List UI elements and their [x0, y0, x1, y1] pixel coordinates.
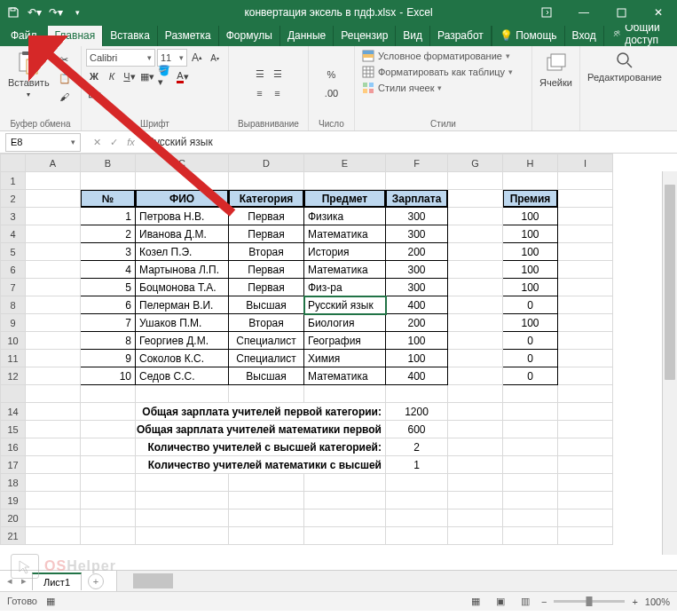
sheet-tab[interactable]: Лист1 — [32, 573, 82, 590]
window-title-app: Excel — [406, 6, 432, 19]
macro-record-icon[interactable]: ▦ — [46, 596, 55, 607]
svg-rect-2 — [618, 9, 626, 17]
row-header[interactable]: 1 — [1, 172, 26, 190]
format-painter-icon[interactable]: 🖌 — [57, 89, 73, 105]
svg-rect-15 — [369, 89, 374, 93]
zoom-out-button[interactable]: − — [541, 596, 547, 607]
align-middle-icon[interactable]: ☰ — [270, 67, 286, 83]
col-header[interactable]: H — [503, 154, 558, 172]
tab-developer[interactable]: Разработ — [430, 26, 492, 46]
window-title-filename: конвертация эксель в пдф.xlsx — [244, 6, 396, 19]
svg-rect-7 — [27, 59, 37, 74]
share-button[interactable]: Общий доступ — [604, 21, 677, 46]
table-icon — [362, 66, 374, 78]
paste-button[interactable]: Вставить▾ — [4, 49, 53, 101]
name-box[interactable]: E8▾ — [5, 133, 81, 152]
copy-icon[interactable]: 📋 — [57, 70, 73, 86]
col-header[interactable]: A — [26, 154, 81, 172]
horizontal-scrollbar[interactable] — [116, 571, 677, 591]
cell-styles-icon — [362, 82, 374, 94]
sheet-tabs: ◂ ▸ Лист1 + — [0, 571, 107, 591]
conditional-formatting-button[interactable]: Условное форматирование▾ — [359, 49, 527, 63]
zoom-level[interactable]: 100% — [645, 596, 670, 607]
font-size-combo[interactable]: 11▾ — [157, 49, 187, 67]
fill-color-icon[interactable]: 🪣▾ — [157, 68, 173, 84]
svg-rect-0 — [11, 8, 15, 11]
maximize-button[interactable] — [602, 0, 640, 25]
ribbon-display-options-icon[interactable] — [528, 0, 565, 25]
col-header[interactable]: C — [136, 154, 229, 172]
col-header[interactable]: G — [448, 154, 503, 172]
svg-rect-1 — [542, 8, 551, 17]
normal-view-icon[interactable]: ▦ — [467, 595, 484, 609]
select-all-corner[interactable] — [1, 154, 26, 172]
cells-button[interactable]: Ячейки — [536, 49, 576, 90]
qat-more-icon[interactable]: ▾ — [69, 4, 85, 20]
number-format-icon[interactable]: % — [317, 67, 347, 83]
cut-icon[interactable]: ✂ — [57, 51, 73, 67]
formula-value[interactable]: Русский язык — [142, 136, 218, 148]
close-button[interactable]: ✕ — [640, 0, 677, 25]
format-as-table-button[interactable]: Форматировать как таблицу▾ — [359, 65, 527, 79]
svg-rect-11 — [363, 67, 374, 77]
page-layout-view-icon[interactable]: ▣ — [492, 595, 509, 609]
save-icon[interactable] — [5, 4, 21, 20]
cell-styles-button[interactable]: Стили ячеек▾ — [359, 81, 527, 95]
page-break-view-icon[interactable]: ▥ — [516, 595, 534, 609]
borders-icon[interactable]: ▦▾ — [139, 68, 155, 84]
col-header[interactable]: B — [81, 154, 136, 172]
bold-button[interactable]: Ж — [86, 68, 102, 84]
svg-rect-12 — [363, 83, 367, 87]
status-ready: Готово — [7, 596, 37, 607]
help-icon: 💡 — [500, 29, 513, 42]
tab-layout[interactable]: Разметка — [158, 26, 219, 46]
svg-rect-13 — [369, 83, 374, 87]
tab-insert[interactable]: Вставка — [103, 26, 158, 46]
col-header[interactable]: D — [229, 154, 304, 172]
tab-file[interactable]: Файл — [0, 26, 48, 46]
tab-help: 💡 Помощь — [492, 26, 565, 46]
tab-view[interactable]: Вид — [396, 26, 430, 46]
minimize-button[interactable]: — — [565, 0, 602, 25]
align-center-icon[interactable]: ≡ — [270, 85, 286, 101]
tab-data[interactable]: Данные — [280, 26, 334, 46]
sheet-nav-prev-icon[interactable]: ◂ — [4, 575, 16, 587]
undo-icon[interactable]: ↶▾ — [27, 4, 43, 20]
vertical-scrollbar[interactable] — [662, 171, 677, 555]
font-color-icon[interactable]: A▾ — [175, 68, 191, 84]
zoom-in-button[interactable]: + — [632, 596, 637, 607]
ribbon: Вставить▾ ✂ 📋 🖌 Буфер обмена Calibri▾ 11… — [0, 46, 677, 131]
svg-rect-10 — [363, 54, 374, 58]
col-header[interactable]: E — [304, 154, 386, 172]
font-name-combo[interactable]: Calibri▾ — [86, 49, 155, 67]
border-bottom-icon[interactable]: ⊞▾ — [86, 86, 102, 102]
decrease-decimal-icon[interactable]: .00 — [317, 85, 347, 101]
zoom-slider[interactable] — [554, 600, 625, 603]
fx-icon[interactable]: fx — [124, 137, 138, 148]
grow-font-icon[interactable]: A▴ — [189, 50, 205, 66]
worksheet-grid: A B C D E F G H I 1 2 № ФИО Категория Пр… — [0, 154, 677, 591]
tab-formulas[interactable]: Формулы — [219, 26, 280, 46]
col-header[interactable]: F — [386, 154, 448, 172]
tab-review[interactable]: Рецензир — [334, 26, 396, 46]
svg-point-3 — [614, 31, 617, 34]
formula-bar: E8▾ ✕ ✓ fx Русский язык — [0, 131, 677, 154]
col-header[interactable]: I — [558, 154, 613, 172]
redo-icon[interactable]: ↷▾ — [48, 4, 64, 20]
tab-login[interactable]: Вход — [565, 26, 604, 46]
italic-button[interactable]: К — [104, 68, 120, 84]
sheet-nav-next-icon[interactable]: ▸ — [18, 575, 30, 587]
cancel-formula-icon[interactable]: ✕ — [91, 137, 104, 148]
align-left-icon[interactable]: ≡ — [252, 85, 268, 101]
editing-button[interactable]: Редактирование — [584, 49, 665, 84]
tab-home[interactable]: Главная — [48, 26, 104, 46]
svg-rect-6 — [22, 51, 29, 55]
underline-button[interactable]: Ч▾ — [122, 68, 138, 84]
accept-formula-icon[interactable]: ✓ — [107, 137, 121, 148]
align-top-icon[interactable]: ☰ — [252, 67, 268, 83]
add-sheet-button[interactable]: + — [88, 573, 104, 589]
row-header[interactable]: 2 — [1, 190, 26, 208]
find-icon — [615, 51, 634, 70]
shrink-font-icon[interactable]: A▾ — [207, 50, 223, 66]
cells-table[interactable]: A B C D E F G H I 1 2 № ФИО Категория Пр… — [0, 154, 613, 545]
